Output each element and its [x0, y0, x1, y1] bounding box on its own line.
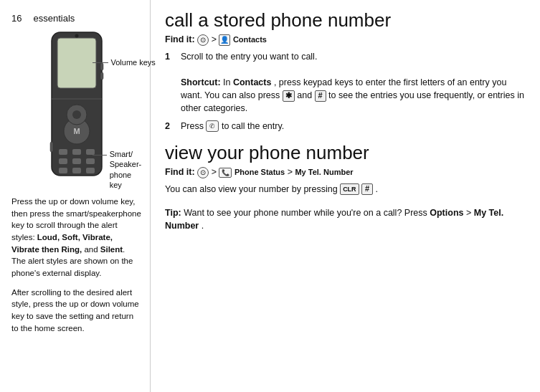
svg-rect-17 [59, 168, 67, 173]
hash-key-1: # [315, 90, 326, 102]
smart-speaker-label: Smart/Speaker-phone key [110, 149, 143, 190]
send-call-icon: ✆ [206, 120, 219, 132]
volume-keys-label: Volume keys [111, 58, 156, 67]
phone-status-icon: 📞 [219, 168, 232, 178]
find-it-call: Find it: ⊙ > 👤 Contacts [165, 34, 526, 46]
svg-rect-15 [72, 158, 81, 164]
section-call-title: call a stored phone number [165, 10, 526, 32]
left-scroll-text: After scrolling to the desired alert sty… [11, 287, 141, 335]
svg-rect-6 [100, 72, 103, 80]
section-view-title: view your phone number [165, 143, 526, 164]
contacts-menu-icon: 👤 [219, 34, 230, 46]
step-1: 1 Scroll to the entry you want to call. … [165, 50, 526, 115]
svg-rect-12 [72, 149, 81, 155]
section-view-number: view your phone number Find it: ⊙ > 📞 Ph… [165, 143, 526, 232]
nav-icon-view: ⊙ [197, 167, 209, 178]
hash-key-2: # [361, 183, 373, 195]
right-column: call a stored phone number Find it: ⊙ > … [151, 0, 540, 392]
essentials-label: essentials [33, 13, 75, 24]
left-column: 16 essentials Volume keys Smart/Speaker-… [0, 0, 151, 392]
svg-rect-11 [59, 149, 67, 155]
svg-rect-7 [50, 142, 53, 152]
call-steps: 1 Scroll to the entry you want to call. … [165, 50, 526, 133]
svg-point-4 [75, 34, 78, 38]
step-2: 2 Press ✆ to call the entry. [165, 120, 526, 133]
clr-key: CLR [340, 183, 359, 195]
svg-rect-14 [59, 158, 67, 164]
svg-rect-18 [72, 168, 81, 173]
section-call: call a stored phone number Find it: ⊙ > … [165, 10, 526, 133]
find-it-view: Find it: ⊙ > 📞 Phone Status > My Tel. Nu… [165, 167, 526, 178]
star-key: ✱ [283, 90, 295, 102]
page-number: 16 [11, 13, 22, 24]
svg-point-21 [72, 110, 81, 119]
svg-rect-3 [57, 38, 96, 88]
left-body-text: Press the up or down volume key, then pr… [11, 196, 141, 279]
view-body: You can also view your number by pressin… [165, 183, 526, 196]
nav-icon-call: ⊙ [197, 34, 209, 46]
svg-text:M: M [73, 127, 80, 135]
tip-section: Tip: Want to see your phone number while… [165, 206, 526, 232]
